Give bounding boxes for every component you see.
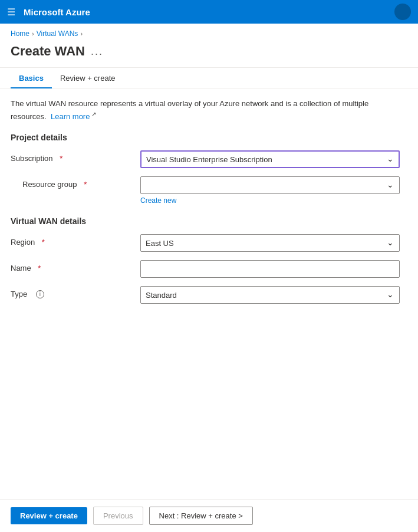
resource-group-row: Resource group * Create new [11, 176, 407, 205]
review-create-button[interactable]: Review + create [11, 507, 87, 524]
resource-group-select[interactable] [140, 176, 400, 194]
subscription-control: Visual Studio Enterprise Subscription [140, 150, 400, 168]
region-select[interactable]: East US [140, 234, 400, 252]
bottom-bar: Review + create Previous Next : Review +… [0, 499, 418, 532]
region-select-wrapper: East US [140, 234, 400, 252]
subscription-row: Subscription * Visual Studio Enterprise … [11, 150, 407, 168]
name-input[interactable] [140, 260, 400, 278]
learn-more-link[interactable]: Learn more [51, 112, 90, 121]
page-title: Create WAN [11, 44, 85, 59]
name-row: Name * [11, 260, 407, 278]
subscription-required: * [60, 154, 62, 163]
breadcrumb-virtual-wans[interactable]: Virtual WANs [37, 29, 78, 38]
type-label: Type i [11, 286, 140, 298]
next-button[interactable]: Next : Review + create > [149, 507, 253, 525]
topbar: ☰ Microsoft Azure [0, 0, 418, 24]
tab-basics[interactable]: Basics [11, 68, 52, 88]
virtual-wan-details-section: Virtual WAN details Region * East US Nam… [11, 216, 407, 304]
type-select[interactable]: Standard [140, 286, 400, 304]
previous-button[interactable]: Previous [93, 507, 143, 525]
type-select-wrapper: Standard [140, 286, 400, 304]
breadcrumb-home[interactable]: Home [11, 29, 29, 38]
menu-icon[interactable]: ☰ [7, 6, 15, 18]
resource-group-label: Resource group * [11, 176, 140, 189]
virtual-wan-details-heading: Virtual WAN details [11, 216, 407, 226]
type-info-icon[interactable]: i [36, 290, 44, 298]
learn-more-icon: ↗ [90, 111, 96, 117]
page-title-menu[interactable]: ... [91, 45, 103, 58]
info-text: The virtual WAN resource represents a vi… [11, 98, 407, 122]
resource-group-required: * [84, 180, 87, 189]
breadcrumb-sep-1: › [32, 30, 34, 37]
region-label: Region * [11, 234, 140, 247]
content-area: The virtual WAN resource represents a vi… [0, 88, 418, 375]
project-details-section: Project details Subscription * Visual St… [11, 133, 407, 205]
tabs-container: Basics Review + create [0, 68, 418, 88]
breadcrumb-sep-2: › [80, 30, 83, 37]
topbar-title: Microsoft Azure [24, 7, 90, 17]
avatar[interactable] [394, 4, 411, 20]
name-required: * [38, 264, 41, 272]
region-row: Region * East US [11, 234, 407, 252]
name-control [140, 260, 400, 278]
project-details-heading: Project details [11, 133, 407, 142]
type-control: Standard [140, 286, 400, 304]
breadcrumb: Home › Virtual WANs › [0, 24, 418, 40]
region-required: * [42, 238, 45, 247]
subscription-select-wrapper: Visual Studio Enterprise Subscription [140, 150, 400, 168]
page-title-row: Create WAN ... [0, 40, 418, 67]
subscription-select[interactable]: Visual Studio Enterprise Subscription [140, 150, 400, 168]
type-row: Type i Standard [11, 286, 407, 304]
name-label: Name * [11, 260, 140, 272]
resource-group-control: Create new [140, 176, 400, 205]
subscription-label: Subscription * [11, 150, 140, 163]
create-new-link[interactable]: Create new [140, 196, 400, 205]
resource-group-select-wrapper [140, 176, 400, 194]
region-control: East US [140, 234, 400, 252]
tab-review-create[interactable]: Review + create [52, 68, 124, 88]
